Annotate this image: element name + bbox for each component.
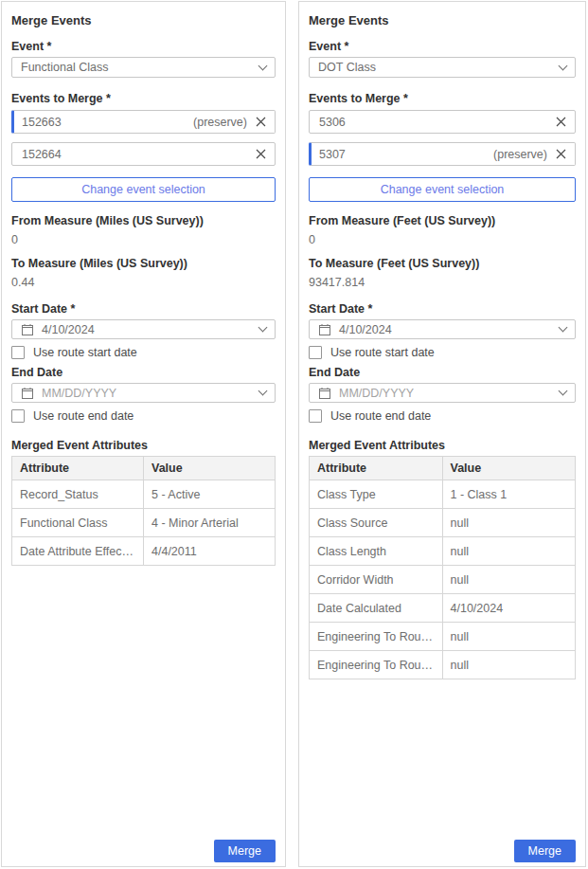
- merge-button[interactable]: Merge: [514, 840, 576, 862]
- change-event-selection-button[interactable]: Change event selection: [11, 177, 276, 202]
- chevron-down-icon: [559, 61, 568, 70]
- remove-event-button[interactable]: [256, 117, 266, 127]
- change-event-selection-button[interactable]: Change event selection: [309, 177, 576, 202]
- attribute-cell: Record_Status: [12, 480, 144, 509]
- chevron-down-icon: [258, 323, 268, 333]
- remove-event-button[interactable]: [556, 117, 566, 127]
- chevron-down-icon: [559, 323, 568, 333]
- to-measure-value: 0.44: [11, 276, 276, 290]
- start-date-label: Start Date *: [11, 302, 276, 317]
- from-measure-label: From Measure (Feet (US Survey)): [309, 214, 576, 228]
- value-column-header: Value: [442, 457, 576, 480]
- value-cell: 1 - Class 1: [442, 480, 576, 509]
- end-date-placeholder: MM/DD/YYYY: [339, 387, 414, 400]
- attribute-cell: Engineering To RouteID: [310, 623, 443, 651]
- end-date-picker[interactable]: MM/DD/YYYY: [11, 383, 276, 403]
- events-to-merge-label: Events to Merge *: [309, 92, 576, 106]
- attribute-column-header: Attribute: [12, 457, 144, 480]
- calendar-icon: [21, 323, 34, 336]
- from-measure-value: 0: [309, 233, 576, 247]
- start-date-value: 4/10/2024: [42, 323, 95, 336]
- value-cell: null: [442, 566, 576, 594]
- table-row: Class Type 1 - Class 1: [310, 480, 576, 509]
- event-select-value: Functional Class: [21, 61, 108, 74]
- preserve-badge: (preserve): [193, 116, 256, 129]
- close-icon: [556, 117, 566, 127]
- end-date-label: End Date: [309, 366, 576, 380]
- attribute-cell: Corridor Width: [310, 566, 443, 594]
- table-row: Date Calculated 4/10/2024: [310, 594, 576, 623]
- event-to-merge-field[interactable]: 5306: [309, 110, 576, 134]
- page-title: Merge Events: [309, 13, 576, 27]
- event-select[interactable]: DOT Class: [309, 57, 576, 78]
- chevron-down-icon: [559, 387, 568, 396]
- event-id: 5306: [319, 116, 346, 129]
- use-route-end-date-label: Use route end date: [330, 409, 431, 423]
- end-date-label: End Date: [11, 366, 276, 380]
- event-id: 5307: [319, 148, 346, 161]
- use-route-start-date-row: Use route start date: [309, 346, 576, 359]
- remove-event-button[interactable]: [556, 149, 566, 159]
- use-route-start-date-row: Use route start date: [11, 346, 276, 359]
- value-cell: 4/10/2024: [442, 594, 576, 623]
- attribute-cell: Functional Class: [12, 509, 144, 537]
- merged-event-attributes-label: Merged Event Attributes: [309, 439, 576, 453]
- merge-events-workspace: Merge Events Event * Functional Class Ev…: [0, 0, 588, 868]
- table-row: Record_Status 5 - Active: [12, 480, 276, 509]
- value-cell: 5 - Active: [144, 480, 276, 509]
- merge-button[interactable]: Merge: [214, 840, 276, 862]
- value-cell: 4/4/2011: [144, 537, 276, 566]
- use-route-start-date-checkbox[interactable]: [11, 346, 25, 359]
- value-cell: 4 - Minor Arterial: [144, 509, 276, 537]
- start-date-picker[interactable]: 4/10/2024: [11, 319, 276, 339]
- event-select-value: DOT Class: [318, 61, 376, 74]
- table-header-row: Attribute Value: [310, 457, 576, 480]
- attribute-column-header: Attribute: [310, 457, 443, 480]
- value-cell: null: [442, 623, 576, 651]
- end-date-placeholder: MM/DD/YYYY: [42, 387, 116, 400]
- event-label: Event *: [309, 40, 576, 54]
- event-to-merge-field[interactable]: 5307 (preserve): [309, 142, 576, 166]
- merged-attributes-table: Attribute Value Record_Status 5 - Active…: [11, 456, 276, 566]
- use-route-end-date-checkbox[interactable]: [309, 409, 322, 423]
- attribute-cell: Date Calculated: [310, 594, 443, 623]
- attribute-cell: Class Length: [310, 537, 443, 566]
- close-icon: [256, 149, 266, 159]
- event-to-merge-field[interactable]: 152664: [11, 142, 276, 166]
- use-route-start-date-checkbox[interactable]: [309, 346, 322, 359]
- page-title: Merge Events: [11, 13, 276, 27]
- value-column-header: Value: [144, 457, 276, 480]
- calendar-icon: [21, 387, 34, 400]
- use-route-end-date-checkbox[interactable]: [11, 409, 25, 423]
- attribute-cell: Class Type: [310, 480, 443, 509]
- close-icon: [256, 117, 266, 127]
- calendar-icon: [318, 387, 331, 400]
- from-measure-value: 0: [11, 233, 276, 247]
- event-label: Event *: [11, 40, 276, 54]
- event-id: 152664: [22, 148, 62, 161]
- event-select[interactable]: Functional Class: [11, 57, 276, 78]
- start-date-value: 4/10/2024: [339, 323, 392, 336]
- chevron-down-icon: [258, 61, 268, 70]
- use-route-end-date-label: Use route end date: [33, 409, 134, 423]
- use-route-end-date-row: Use route end date: [11, 409, 276, 423]
- from-measure-label: From Measure (Miles (US Survey)): [11, 214, 276, 228]
- table-row: Functional Class 4 - Minor Arterial: [12, 509, 276, 537]
- merged-event-attributes-label: Merged Event Attributes: [11, 439, 276, 453]
- preserve-badge: (preserve): [493, 148, 556, 161]
- table-row: Engineering To Route ... null: [310, 651, 576, 679]
- attribute-cell: Date Attribute Effective: [12, 537, 144, 566]
- close-icon: [556, 149, 566, 159]
- merge-events-panel-left: Merge Events Event * Functional Class Ev…: [1, 1, 286, 867]
- end-date-picker[interactable]: MM/DD/YYYY: [309, 383, 576, 403]
- start-date-picker[interactable]: 4/10/2024: [309, 319, 576, 339]
- merged-attributes-table: Attribute Value Class Type 1 - Class 1 C…: [309, 456, 576, 679]
- table-header-row: Attribute Value: [12, 457, 276, 480]
- to-measure-value: 93417.814: [309, 276, 576, 290]
- event-to-merge-field[interactable]: 152663 (preserve): [11, 110, 276, 134]
- use-route-end-date-row: Use route end date: [309, 409, 576, 423]
- event-id: 152663: [22, 116, 62, 129]
- table-row: Class Source null: [310, 509, 576, 537]
- remove-event-button[interactable]: [256, 149, 266, 159]
- events-to-merge-label: Events to Merge *: [11, 92, 276, 106]
